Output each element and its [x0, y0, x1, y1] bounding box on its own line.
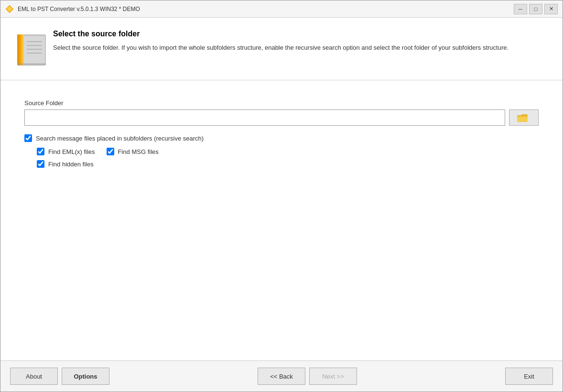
find-eml-label[interactable]: Find EML(x) files [48, 148, 95, 155]
header-description: Select the source folder. If you wish to… [53, 43, 553, 53]
back-button[interactable]: << Back [258, 368, 305, 385]
app-icon [5, 5, 14, 13]
exit-button[interactable]: Exit [505, 368, 553, 385]
find-msg-checkbox[interactable] [107, 148, 114, 155]
sub-checkbox-row-1: Find EML(x) files Find MSG files [37, 148, 539, 155]
svg-rect-15 [517, 116, 528, 117]
browse-button[interactable] [509, 109, 539, 126]
footer: About Options << Back Next >> Exit [0, 360, 563, 392]
content-area: Select the source folder Select the sour… [0, 18, 563, 392]
footer-left: About Options [10, 368, 109, 385]
find-msg-item: Find MSG files [107, 148, 159, 155]
header-text: Select the source folder Select the sour… [53, 27, 553, 53]
sub-checkbox-row-2: Find hidden files [37, 160, 539, 168]
title-bar: EML to PST Converter v.5.0.1.3 WIN32 * D… [0, 0, 563, 18]
svg-rect-5 [17, 34, 24, 65]
folder-icon [517, 113, 528, 122]
header-title: Select the source folder [53, 30, 553, 38]
recursive-search-label[interactable]: Search message files placed in subfolder… [36, 135, 204, 142]
footer-center: << Back Next >> [258, 368, 357, 385]
source-folder-row [24, 109, 539, 126]
sub-checkboxes: Find EML(x) files Find MSG files Find hi… [37, 148, 539, 168]
find-eml-item: Find EML(x) files [37, 148, 95, 155]
find-hidden-checkbox[interactable] [37, 160, 44, 168]
find-eml-checkbox[interactable] [37, 148, 44, 155]
window-title: EML to PST Converter v.5.0.1.3 WIN32 * D… [18, 6, 140, 12]
form-area: Source Folder [0, 80, 563, 360]
main-window: EML to PST Converter v.5.0.1.3 WIN32 * D… [0, 0, 563, 392]
header-section: Select the source folder Select the sour… [0, 18, 563, 80]
minimize-button[interactable]: ─ [514, 4, 527, 14]
about-button[interactable]: About [10, 368, 58, 385]
find-hidden-item: Find hidden files [37, 160, 94, 168]
title-bar-left: EML to PST Converter v.5.0.1.3 WIN32 * D… [5, 5, 140, 13]
close-button[interactable]: ✕ [544, 4, 558, 14]
find-msg-label[interactable]: Find MSG files [118, 148, 159, 155]
footer-right: Exit [505, 368, 553, 385]
source-folder-input[interactable] [24, 109, 505, 126]
recursive-search-checkbox[interactable] [24, 134, 32, 142]
title-bar-controls: ─ □ ✕ [514, 4, 558, 14]
maximize-button[interactable]: □ [529, 4, 542, 14]
svg-rect-10 [17, 63, 46, 65]
recursive-search-row: Search message files placed in subfolder… [24, 134, 539, 142]
next-button[interactable]: Next >> [309, 368, 357, 385]
app-logo [10, 27, 53, 70]
find-hidden-label[interactable]: Find hidden files [48, 161, 94, 168]
options-button[interactable]: Options [62, 368, 109, 385]
source-folder-label: Source Folder [24, 99, 539, 107]
svg-marker-1 [7, 6, 12, 12]
